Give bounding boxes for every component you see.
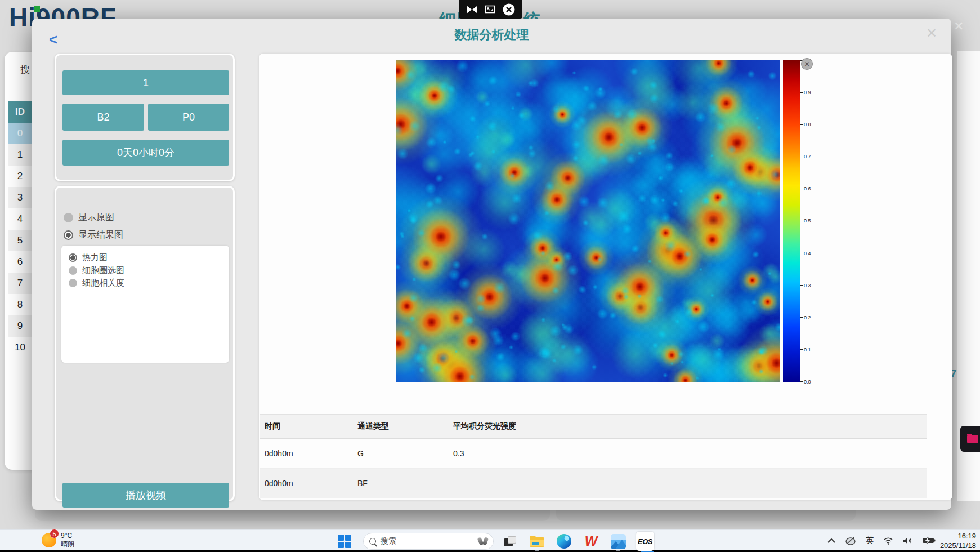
dialog-title: 数据分析处理: [32, 26, 951, 43]
cell-time: 0d0h0m: [260, 449, 357, 458]
radio-icon: [69, 266, 77, 275]
cell-circle-radio[interactable]: 细胞圈选图: [69, 265, 124, 276]
duration-button[interactable]: 0天0小时0分: [62, 140, 229, 166]
show-original-radio[interactable]: 显示原图: [64, 212, 114, 224]
table-row[interactable]: 0d0h0m BF: [260, 469, 927, 498]
windows-taskbar: 5 9°C 晴朗 搜索 W EOS: [0, 529, 980, 552]
id-row[interactable]: 9: [8, 315, 32, 337]
resize-icon[interactable]: [485, 5, 495, 14]
search-label: 搜索: [381, 536, 474, 546]
colorbar-tick: 0.9: [800, 90, 822, 95]
weather-badge: 5: [50, 529, 59, 538]
tray-expand-chevron-icon[interactable]: [827, 538, 835, 543]
display-options-card: 显示原图 显示结果图 热力图 细胞圈选图 细胞相关度 播放视频: [55, 186, 235, 501]
fluorescence-heatmap-image[interactable]: [396, 60, 780, 382]
chart-close-icon[interactable]: ✕: [801, 58, 813, 70]
language-indicator[interactable]: 英: [866, 536, 874, 546]
windows-logo-icon: [338, 542, 344, 548]
wps-icon: W: [585, 535, 598, 548]
id-row[interactable]: 10: [8, 337, 32, 358]
well-number-button[interactable]: 1: [62, 70, 229, 95]
close-circle-icon[interactable]: [502, 3, 516, 16]
id-row[interactable]: 8: [8, 294, 32, 315]
eos-app-button[interactable]: EOS: [636, 533, 654, 550]
play-video-button[interactable]: 播放视频: [62, 483, 229, 508]
windows-logo-icon: [345, 542, 351, 548]
cell-channel: BF: [357, 479, 453, 488]
radio-icon: [64, 213, 73, 222]
analysis-content-card: 1.0 0.9 0.8 0.7 0.6 0.5 0.4 0.3 0.2 0.1 …: [259, 54, 952, 500]
results-table: 时间 通道类型 平均积分荧光强度 0d0h0m G 0.3 0d0h0m BF: [260, 414, 927, 498]
clock[interactable]: 16:19 2025/11/18: [928, 532, 976, 551]
windows-logo-icon: [338, 535, 344, 541]
eos-icon: EOS: [636, 532, 654, 551]
background-search-label-partial: 搜: [20, 63, 30, 76]
running-indicator: [535, 550, 539, 551]
colorbar-tick: 0.6: [800, 186, 822, 192]
date: 2025/11/18: [928, 541, 976, 551]
edge-icon: [557, 534, 571, 549]
sun-icon: 5: [42, 533, 56, 547]
volume-icon[interactable]: [903, 537, 912, 545]
id-row[interactable]: 7: [8, 273, 32, 294]
col-header-time: 时间: [260, 421, 357, 431]
heatmap-radio[interactable]: 热力图: [69, 252, 108, 263]
radio-label: 显示原图: [78, 212, 114, 224]
dialog-close-icon[interactable]: ✕: [926, 25, 937, 41]
id-row[interactable]: 3: [8, 187, 32, 208]
search-icon: [369, 538, 376, 545]
cell-channel: G: [357, 449, 453, 458]
show-result-radio[interactable]: 显示结果图: [64, 229, 123, 241]
marker-icon[interactable]: [466, 5, 478, 14]
id-row[interactable]: 4: [8, 208, 32, 230]
result-type-card: 热力图 细胞圈选图 细胞相关度: [61, 246, 229, 363]
floating-capture-toolbar: [459, 0, 522, 19]
well-p0-button[interactable]: P0: [148, 104, 229, 131]
id-row[interactable]: 0: [8, 123, 32, 144]
task-view-button[interactable]: [501, 533, 519, 550]
data-analysis-dialog: < 数据分析处理 ✕ 1 B2 P0 0天0小时0分 显示原图 显示结果图 热力…: [32, 19, 951, 510]
colorbar-tick: 0.3: [800, 283, 822, 288]
radio-selected-icon: [64, 230, 73, 240]
magenta-folder-icon: [967, 435, 978, 443]
edge-browser-button[interactable]: [555, 533, 573, 550]
id-row[interactable]: 1: [8, 144, 32, 166]
id-row[interactable]: 6: [8, 251, 32, 273]
colorbar-tick: 0.1: [800, 347, 822, 353]
photos-app-button[interactable]: [609, 533, 627, 550]
radio-selected-icon: [69, 253, 77, 262]
earbuds-icon: [478, 537, 487, 545]
taskbar-search-box[interactable]: 搜索: [363, 533, 494, 550]
background-close-icon[interactable]: ✕: [954, 19, 964, 34]
wifi-icon[interactable]: [883, 537, 893, 545]
colorbar-tick: 0.8: [800, 122, 822, 127]
table-row[interactable]: 0d0h0m G 0.3: [260, 439, 927, 469]
well-info-card: 1 B2 P0 0天0小时0分: [55, 54, 235, 181]
file-explorer-button[interactable]: [528, 533, 546, 550]
id-row[interactable]: 5: [8, 230, 32, 251]
well-b2-button[interactable]: B2: [62, 104, 144, 131]
time: 16:19: [928, 532, 976, 541]
radio-label: 热力图: [82, 252, 108, 263]
wps-office-button[interactable]: W: [582, 533, 600, 550]
id-column-header: ID: [8, 101, 32, 123]
cell-time: 0d0h0m: [260, 479, 357, 488]
radio-label: 细胞相关度: [82, 278, 124, 288]
colorbar-tick: 0.2: [800, 315, 822, 320]
running-indicator: [616, 550, 620, 551]
colorbar: [783, 60, 800, 382]
photos-icon: [611, 534, 626, 549]
weather-widget[interactable]: 5 9°C 晴朗: [42, 532, 74, 549]
weather-temp: 9°C: [61, 532, 74, 540]
colorbar-tick: 0.7: [800, 154, 822, 159]
notifications-off-icon[interactable]: [845, 536, 856, 545]
start-button[interactable]: [338, 535, 351, 548]
weather-condition: 晴朗: [61, 540, 74, 549]
col-header-intensity: 平均积分荧光强度: [453, 421, 927, 431]
colorbar-tick: 0.0: [800, 379, 822, 385]
floating-folder-widget[interactable]: [960, 426, 980, 452]
cell-correlation-radio[interactable]: 细胞相关度: [69, 278, 124, 288]
id-row[interactable]: 2: [8, 166, 32, 187]
colorbar-tick: 0.5: [800, 218, 822, 224]
background-id-table: ID 0 1 2 3 4 5 6 7 8 9 10: [8, 101, 32, 358]
